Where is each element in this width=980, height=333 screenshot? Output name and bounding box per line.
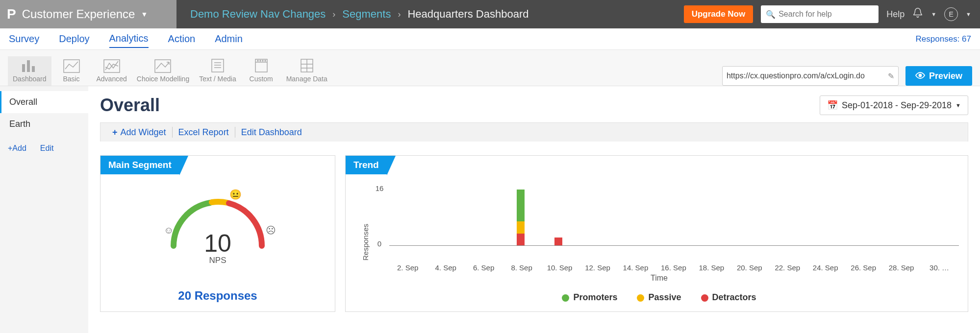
svg-point-14	[262, 60, 263, 61]
tool-text-media[interactable]: Text / Media	[194, 55, 241, 86]
card-title: Trend	[346, 156, 387, 174]
leftnav-item-overall[interactable]: Overall	[0, 91, 88, 113]
breadcrumb-current: Headquarters Dashboard	[407, 8, 528, 21]
preview-button[interactable]: Preview	[905, 66, 972, 86]
eye-icon	[915, 71, 925, 81]
svg-rect-5	[155, 60, 171, 72]
tool-label: Manage Data	[286, 75, 327, 83]
svg-rect-0	[22, 64, 25, 72]
tool-label: Dashboard	[13, 75, 47, 83]
multi-line-chart-icon	[103, 59, 120, 73]
date-range-text: Sep-01-2018 - Sep-29-2018	[842, 100, 952, 111]
plus-icon: +	[112, 127, 118, 137]
excel-report-button[interactable]: Excel Report	[173, 127, 235, 138]
brand-logo-icon: P	[7, 6, 16, 22]
add-widget-label: Add Widget	[121, 127, 166, 137]
chevron-right-icon: ›	[332, 9, 335, 20]
svg-point-12	[257, 60, 258, 61]
line-chart-icon	[63, 59, 80, 73]
tool-custom[interactable]: Custom	[241, 55, 281, 86]
content: Overall 📅 Sep-01-2018 - Sep-29-2018 ▼ +A…	[88, 86, 980, 333]
x-axis-label: Time	[359, 274, 959, 283]
responses-count[interactable]: Responses: 67	[916, 34, 971, 44]
y-axis-label: Responses	[359, 182, 370, 261]
svg-point-20	[919, 74, 921, 76]
main-segment-card: Main Segment ☺ 😐 ☹	[100, 155, 335, 312]
avatar[interactable]: E	[944, 7, 958, 21]
help-search-input[interactable]	[779, 10, 874, 19]
body: Overall Earth +Add Edit Overall 📅 Sep-01…	[0, 86, 980, 333]
topbar: P Customer Experience ▼ Demo Review Nav …	[0, 0, 980, 28]
trend-box-icon	[154, 59, 171, 73]
leftnav-edit[interactable]: Edit	[40, 144, 54, 153]
brand-name: Customer Experience	[22, 7, 135, 21]
responses-link[interactable]: 20 Responses	[101, 289, 335, 303]
search-icon: 🔍	[766, 10, 776, 19]
tool-manage-data[interactable]: Manage Data	[281, 55, 332, 86]
pencil-icon[interactable]: ✎	[888, 71, 894, 81]
caret-down-icon: ▼	[141, 10, 148, 18]
breadcrumb-link[interactable]: Segments	[342, 8, 391, 21]
upgrade-button[interactable]: Upgrade Now	[684, 5, 754, 23]
help-link[interactable]: Help	[886, 9, 905, 20]
nav-survey[interactable]: Survey	[9, 30, 39, 48]
breadcrumb: Demo Review Nav Changes › Segments › Hea…	[176, 0, 528, 28]
trend-card: Trend Responses 16 0 2. Sep4. Sep6. Sep8…	[345, 155, 968, 312]
x-axis: 2. Sep4. Sep6. Sep8. Sep10. Sep12. Sep14…	[389, 263, 959, 272]
leftnav-actions: +Add Edit	[0, 135, 88, 162]
edit-dashboard-button[interactable]: Edit Dashboard	[235, 127, 308, 138]
tool-basic[interactable]: Basic	[51, 56, 92, 86]
svg-point-15	[265, 60, 266, 61]
add-widget-button[interactable]: +Add Widget	[106, 127, 172, 138]
trend-chart: Responses 16 0 2. Sep4. Sep6. Sep8. Sep1…	[354, 165, 959, 303]
film-icon	[254, 58, 268, 73]
nps-value: 10	[101, 229, 335, 258]
topbar-right: Upgrade Now 🔍 Help ▼ E ▼	[684, 0, 980, 28]
spreadsheet-icon	[300, 58, 314, 73]
document-icon	[211, 58, 225, 73]
left-nav: Overall Earth +Add Edit	[0, 86, 88, 333]
brand-switcher[interactable]: P Customer Experience ▼	[0, 0, 176, 28]
date-range-picker[interactable]: 📅 Sep-01-2018 - Sep-29-2018 ▼	[820, 95, 968, 115]
tool-advanced[interactable]: Advanced	[92, 56, 132, 86]
tool-label: Custom	[250, 75, 273, 83]
leftnav-add[interactable]: +Add	[8, 144, 26, 153]
caret-down-icon: ▼	[966, 11, 971, 17]
help-search[interactable]: 🔍	[761, 5, 879, 23]
tool-dashboard[interactable]: Dashboard	[8, 56, 51, 86]
leftnav-item-earth[interactable]: Earth	[0, 113, 88, 135]
svg-text:😐: 😐	[229, 189, 242, 200]
tool-label: Text / Media	[199, 75, 236, 83]
analytics-toolbar: Dashboard Basic Advanced Choice Modellin…	[0, 50, 980, 86]
share-url-input[interactable]	[727, 71, 888, 80]
legend-detractors: Detractors	[701, 292, 756, 303]
chevron-right-icon: ›	[398, 9, 401, 20]
caret-down-icon: ▼	[931, 11, 936, 17]
bell-icon[interactable]	[912, 7, 923, 21]
svg-rect-6	[212, 59, 224, 72]
nav-analytics[interactable]: Analytics	[109, 30, 149, 48]
breadcrumb-link[interactable]: Demo Review Nav Changes	[190, 8, 326, 21]
nav-deploy[interactable]: Deploy	[59, 30, 89, 48]
card-title: Main Segment	[101, 156, 179, 174]
page-title: Overall	[100, 95, 160, 116]
nav-admin[interactable]: Admin	[215, 30, 243, 48]
preview-label: Preview	[929, 71, 962, 81]
content-header: Overall 📅 Sep-01-2018 - Sep-29-2018 ▼	[100, 95, 968, 116]
svg-rect-2	[32, 66, 35, 72]
nps-label: NPS	[101, 256, 335, 265]
widgets-row: Main Segment ☺ 😐 ☹	[100, 142, 968, 312]
tool-choice-modelling[interactable]: Choice Modelling	[132, 56, 194, 86]
svg-point-13	[260, 60, 261, 61]
calendar-icon: 📅	[827, 100, 838, 111]
bar-chart-icon	[21, 59, 38, 73]
tool-label: Basic	[63, 75, 79, 83]
chart-legend: Promoters Passive Detractors	[359, 292, 959, 303]
svg-rect-1	[27, 60, 30, 72]
share-url-field[interactable]: ✎	[722, 66, 899, 86]
nav-action[interactable]: Action	[168, 30, 196, 48]
y-axis: 16 0	[370, 184, 389, 248]
dashboard-actions: +Add Widget Excel Report Edit Dashboard	[100, 122, 968, 142]
tool-label: Advanced	[97, 75, 127, 83]
legend-passive: Passive	[637, 292, 681, 303]
